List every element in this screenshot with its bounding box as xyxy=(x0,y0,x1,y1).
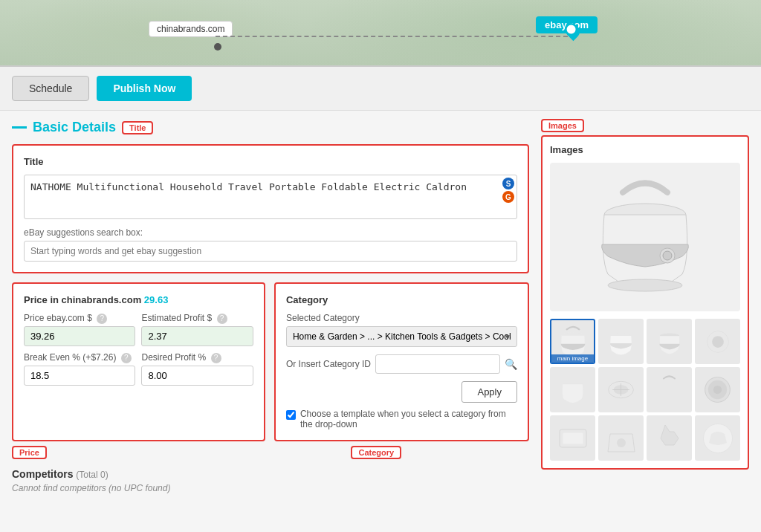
thumb-11[interactable] xyxy=(647,415,692,461)
selected-category-label: Selected Category xyxy=(286,313,517,323)
price-category-row: Price in chinabrands.com 29.63 Price eba… xyxy=(12,282,529,441)
char-icon-blue: S xyxy=(502,178,514,189)
thumb-10[interactable] xyxy=(598,415,644,461)
desired-profit-field: Desired Profit % ? xyxy=(141,352,253,386)
desired-profit-label: Desired Profit % ? xyxy=(141,352,253,363)
ebay-suggestion-input[interactable] xyxy=(24,241,517,262)
category-annotation-badge: Category xyxy=(351,446,401,459)
break-even-input[interactable] xyxy=(24,366,135,386)
break-even-help-icon[interactable]: ? xyxy=(121,353,132,363)
right-panel: Images Images xyxy=(541,120,749,493)
thumb-3[interactable] xyxy=(647,319,692,364)
insert-cat-input[interactable] xyxy=(375,354,500,374)
estimated-profit-field: Estimated Profit $ ? xyxy=(141,313,253,346)
thumb-2[interactable] xyxy=(598,319,644,364)
no-competitors-text: Cannot find competitors (no UPC found) xyxy=(12,483,529,493)
schedule-button[interactable]: Schedule xyxy=(12,76,89,101)
toolbar: Schedule Publish Now xyxy=(0,67,761,111)
product-image-svg xyxy=(586,170,705,304)
desired-profit-input[interactable] xyxy=(141,366,253,386)
template-checkbox-label: Choose a template when you select a cate… xyxy=(300,409,517,429)
competitors-heading: Competitors (Total 0) xyxy=(12,468,529,480)
char-icon-orange: G xyxy=(502,191,514,203)
images-panel: Images xyxy=(541,135,749,470)
images-annotation-badge: Images xyxy=(541,119,584,132)
left-panel: Basic Details Title Title NATHOME Multif… xyxy=(12,120,529,493)
thumb-5[interactable] xyxy=(550,367,595,412)
map-header: chinabrands.com ebay.com xyxy=(0,0,761,67)
map-source-label: chinabrands.com xyxy=(149,21,233,37)
map-dashed-line xyxy=(216,36,568,37)
apply-button[interactable]: Apply xyxy=(462,381,517,403)
estimated-profit-label: Estimated Profit $ ? xyxy=(141,313,253,324)
svg-point-2 xyxy=(663,251,672,260)
main-content: Basic Details Title Title NATHOME Multif… xyxy=(0,111,761,502)
thumb-12[interactable] xyxy=(695,415,740,461)
ebay-price-field: Price ebay.com $ ? xyxy=(24,313,135,346)
break-even-field: Break Even % (+$7.26) ? xyxy=(24,352,135,386)
char-icons: S G xyxy=(502,178,514,203)
insert-cat-label: Or Insert Category ID xyxy=(286,359,371,369)
ebay-price-input[interactable] xyxy=(24,326,135,346)
main-product-image-area xyxy=(550,163,740,311)
svg-point-15 xyxy=(713,386,722,394)
svg-point-18 xyxy=(617,438,626,447)
title-card: Title NATHOME Multifunctional Household … xyxy=(12,144,529,273)
competitors-total-inline: (Total 0) xyxy=(76,470,108,480)
title-annotation-badge: Title xyxy=(122,121,153,134)
estimated-profit-input[interactable] xyxy=(141,326,253,346)
break-even-label: Break Even % (+$7.26) ? xyxy=(24,352,135,363)
category-card: Category Selected Category Home & Garden… xyxy=(274,282,529,441)
publish-now-button[interactable]: Publish Now xyxy=(97,76,192,101)
price-header: Price in chinabrands.com 29.63 xyxy=(24,294,253,305)
section-dash xyxy=(12,126,27,129)
thumb-6[interactable] xyxy=(598,367,644,412)
title-textarea[interactable]: NATHOME Multifunctional Household Travel… xyxy=(24,175,517,219)
images-panel-label: Images xyxy=(550,144,740,155)
insert-category-row: Or Insert Category ID 🔍 xyxy=(286,354,517,374)
estimated-profit-help-icon[interactable]: ? xyxy=(217,314,227,324)
apply-row: Apply xyxy=(286,381,517,403)
main-image-tag: main image xyxy=(551,354,594,363)
thumbs-grid: main image xyxy=(550,319,740,461)
ebay-hint-label: eBay suggestions search box: xyxy=(24,227,517,238)
images-badge-row: Images xyxy=(541,120,749,131)
thumb-8[interactable] xyxy=(695,367,740,412)
category-select[interactable]: Home & Garden > ... > Kitchen Tools & Ga… xyxy=(286,326,517,347)
price-annotation-badge: Price xyxy=(12,446,47,459)
svg-rect-17 xyxy=(563,432,583,444)
title-textarea-wrapper: NATHOME Multifunctional Household Travel… xyxy=(24,175,517,221)
template-checkbox[interactable] xyxy=(286,410,296,420)
category-card-label: Category xyxy=(286,294,517,305)
thumb-9[interactable] xyxy=(550,415,595,461)
price-card: Price in chinabrands.com 29.63 Price eba… xyxy=(12,282,265,441)
ebay-price-help-icon[interactable]: ? xyxy=(97,314,107,324)
thumb-7[interactable] xyxy=(647,367,692,412)
basic-details-heading: Basic Details xyxy=(33,120,116,135)
title-card-label: Title xyxy=(24,156,517,167)
svg-point-3 xyxy=(608,279,682,291)
category-select-wrapper: Home & Garden > ... > Kitchen Tools & Ga… xyxy=(286,326,517,347)
section-heading: Basic Details Title xyxy=(12,120,529,135)
price-header-value: 29.63 xyxy=(144,294,169,305)
price-header-label: Price in chinabrands.com xyxy=(24,294,144,305)
competitors-section: Competitors (Total 0) Cannot find compet… xyxy=(12,468,529,493)
thumb-1[interactable]: main image xyxy=(550,319,595,364)
desired-profit-help-icon[interactable]: ? xyxy=(211,353,221,363)
template-checkbox-row: Choose a template when you select a cate… xyxy=(286,409,517,429)
ebay-price-label: Price ebay.com $ ? xyxy=(24,313,135,324)
thumb-4[interactable] xyxy=(695,319,740,364)
price-grid: Price ebay.com $ ? Estimated Profit $ ? xyxy=(24,313,253,386)
category-search-button[interactable]: 🔍 xyxy=(505,358,517,370)
svg-point-8 xyxy=(712,336,724,348)
annotation-badges-row: Price Category xyxy=(12,446,529,459)
map-dot-start xyxy=(214,43,221,51)
